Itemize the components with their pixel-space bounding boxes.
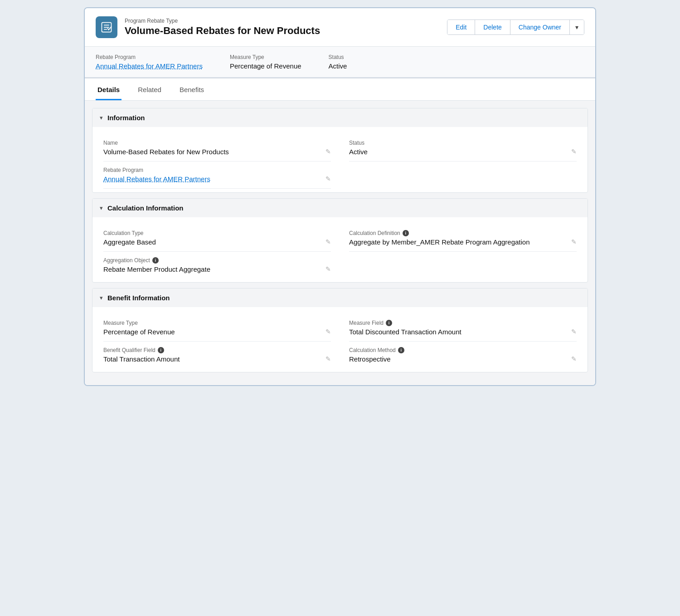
field-name: Name Volume-Based Rebates for New Produc… (103, 134, 331, 161)
tab-related[interactable]: Related (136, 78, 163, 100)
summary-measure-type-label: Measure Type (230, 54, 301, 60)
field-calc-type-content: Calculation Type Aggregate Based (103, 230, 322, 246)
field-calc-definition-value: Aggregate by Member_AMER Rebate Program … (349, 238, 568, 246)
field-aggregation-object-edit-icon[interactable]: ✎ (325, 265, 331, 273)
object-type-label: Program Rebate Type (125, 18, 320, 24)
content-area: ▾ Information Name Volume-Based Rebates … (85, 101, 595, 385)
field-benefit-qualifier-label: Benefit Qualifier Field i (103, 347, 322, 353)
record-header: Program Rebate Type Volume-Based Rebates… (85, 8, 595, 47)
field-benefit-qualifier: Benefit Qualifier Field i Total Transact… (103, 342, 331, 368)
field-calc-definition-content: Calculation Definition i Aggregate by Me… (349, 230, 568, 246)
field-status-edit-icon[interactable]: ✎ (571, 148, 577, 155)
information-section: ▾ Information Name Volume-Based Rebates … (92, 108, 588, 193)
field-calc-definition: Calculation Definition i Aggregate by Me… (349, 225, 577, 252)
field-calc-method-edit-icon[interactable]: ✎ (571, 355, 577, 362)
field-calc-type: Calculation Type Aggregate Based ✎ (103, 225, 331, 252)
actions-dropdown-button[interactable]: ▾ (570, 20, 584, 34)
field-calc-definition-edit-icon[interactable]: ✎ (571, 238, 577, 245)
field-name-edit-icon[interactable]: ✎ (325, 148, 331, 155)
field-status: Status Active ✎ (349, 134, 577, 161)
benefit-qualifier-info-icon: i (158, 347, 164, 353)
summary-rebate-program: Rebate Program Annual Rebates for AMER P… (96, 54, 203, 70)
summary-status-value: Active (329, 62, 347, 70)
measure-field-info-icon: i (386, 320, 392, 326)
information-section-header[interactable]: ▾ Information (92, 108, 588, 127)
field-status-label: Status (349, 140, 568, 146)
field-rebate-program-value[interactable]: Annual Rebates for AMER Partners (103, 175, 322, 183)
field-calc-definition-label: Calculation Definition i (349, 230, 568, 236)
field-measure-type-label: Measure Type (103, 320, 322, 326)
field-measure-field: Measure Field i Total Discounted Transac… (349, 314, 577, 342)
calculation-chevron-icon: ▾ (100, 205, 103, 211)
tab-benefits[interactable]: Benefits (178, 78, 206, 100)
tabs: Details Related Benefits (96, 78, 584, 100)
information-section-title: Information (107, 114, 145, 122)
field-calc-method-content: Calculation Method i Retrospective (349, 347, 568, 363)
benefit-section-header[interactable]: ▾ Benefit Information (92, 288, 588, 307)
dropdown-arrow-icon: ▾ (575, 24, 578, 31)
field-status-value: Active (349, 148, 568, 156)
field-calc-method: Calculation Method i Retrospective ✎ (349, 342, 577, 368)
field-measure-field-value: Total Discounted Transaction Amount (349, 328, 568, 336)
record-type-icon (96, 16, 117, 38)
field-benefit-qualifier-content: Benefit Qualifier Field i Total Transact… (103, 347, 322, 363)
field-rebate-program-content: Rebate Program Annual Rebates for AMER P… (103, 167, 322, 183)
field-empty-1 (349, 161, 577, 189)
field-calc-method-value: Retrospective (349, 355, 568, 363)
change-owner-button[interactable]: Change Owner (510, 20, 570, 34)
field-calc-method-label: Calculation Method i (349, 347, 568, 353)
field-measure-field-edit-icon[interactable]: ✎ (571, 328, 577, 335)
calculation-section-title: Calculation Information (107, 204, 184, 212)
summary-rebate-program-label: Rebate Program (96, 54, 203, 60)
field-measure-field-label: Measure Field i (349, 320, 568, 326)
field-measure-type-edit-icon[interactable]: ✎ (325, 328, 331, 335)
information-section-body: Name Volume-Based Rebates for New Produc… (92, 127, 588, 192)
record-title-group: Program Rebate Type Volume-Based Rebates… (125, 18, 320, 37)
field-calc-type-value: Aggregate Based (103, 238, 322, 246)
field-empty-2 (349, 252, 577, 279)
field-name-value: Volume-Based Rebates for New Products (103, 148, 322, 156)
record-title: Volume-Based Rebates for New Products (125, 25, 320, 37)
tab-details[interactable]: Details (96, 78, 121, 100)
summary-measure-type: Measure Type Percentage of Revenue (230, 54, 301, 70)
page-container: Program Rebate Type Volume-Based Rebates… (84, 7, 596, 386)
delete-button[interactable]: Delete (475, 20, 510, 34)
benefit-section-title: Benefit Information (107, 294, 170, 302)
field-name-content: Name Volume-Based Rebates for New Produc… (103, 140, 322, 156)
summary-status: Status Active (329, 54, 347, 70)
field-calc-type-edit-icon[interactable]: ✎ (325, 238, 331, 245)
field-measure-type-value: Percentage of Revenue (103, 328, 322, 336)
field-calc-type-label: Calculation Type (103, 230, 322, 236)
field-rebate-program-label: Rebate Program (103, 167, 322, 173)
aggregation-object-info-icon: i (152, 257, 159, 264)
edit-button[interactable]: Edit (447, 20, 475, 34)
calculation-section: ▾ Calculation Information Calculation Ty… (92, 198, 588, 283)
calc-method-info-icon: i (398, 347, 404, 353)
field-rebate-program-edit-icon[interactable]: ✎ (325, 175, 331, 182)
field-aggregation-object-label: Aggregation Object i (103, 257, 322, 264)
calc-definition-info-icon: i (403, 230, 409, 236)
benefit-section: ▾ Benefit Information Measure Type Perce… (92, 288, 588, 372)
field-aggregation-object: Aggregation Object i Rebate Member Produ… (103, 252, 331, 279)
calculation-fields-grid: Calculation Type Aggregate Based ✎ Calcu… (103, 225, 577, 279)
information-fields-grid: Name Volume-Based Rebates for New Produc… (103, 134, 577, 189)
summary-measure-type-value: Percentage of Revenue (230, 62, 301, 70)
calculation-section-header[interactable]: ▾ Calculation Information (92, 199, 588, 217)
summary-bar: Rebate Program Annual Rebates for AMER P… (85, 47, 595, 78)
information-chevron-icon: ▾ (100, 114, 103, 121)
summary-rebate-program-value[interactable]: Annual Rebates for AMER Partners (96, 62, 203, 70)
benefit-fields-grid: Measure Type Percentage of Revenue ✎ Mea… (103, 314, 577, 368)
field-benefit-qualifier-edit-icon[interactable]: ✎ (325, 355, 331, 362)
field-rebate-program: Rebate Program Annual Rebates for AMER P… (103, 161, 331, 189)
field-name-label: Name (103, 140, 322, 146)
field-measure-field-content: Measure Field i Total Discounted Transac… (349, 320, 568, 336)
field-benefit-qualifier-value: Total Transaction Amount (103, 355, 322, 363)
header-left: Program Rebate Type Volume-Based Rebates… (96, 16, 320, 38)
field-aggregation-object-content: Aggregation Object i Rebate Member Produ… (103, 257, 322, 273)
calculation-section-body: Calculation Type Aggregate Based ✎ Calcu… (92, 217, 588, 282)
benefit-section-body: Measure Type Percentage of Revenue ✎ Mea… (92, 307, 588, 372)
summary-status-label: Status (329, 54, 347, 60)
field-measure-type-content: Measure Type Percentage of Revenue (103, 320, 322, 336)
benefit-chevron-icon: ▾ (100, 294, 103, 301)
field-aggregation-object-value: Rebate Member Product Aggregate (103, 265, 322, 273)
